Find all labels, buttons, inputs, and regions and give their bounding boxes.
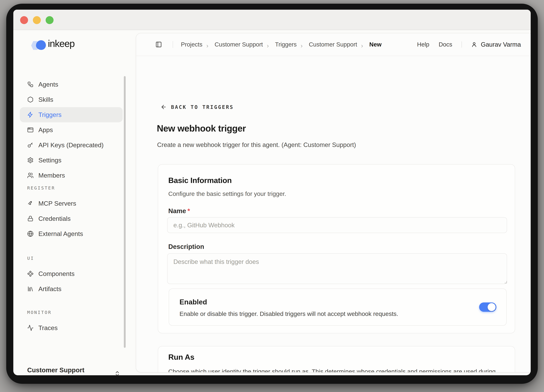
sidebar-item-apps[interactable]: Apps xyxy=(20,122,123,137)
sidebar-item-components[interactable]: Components xyxy=(20,266,123,281)
breadcrumb-customer-support[interactable]: Customer Support xyxy=(215,41,263,48)
sidebar-item-label: Apps xyxy=(38,126,53,134)
breadcrumb-new: New xyxy=(369,41,382,48)
app-surface: inkeep Agents Skills Triggers xyxy=(13,10,531,375)
description-textarea[interactable] xyxy=(167,253,507,284)
chevron-right-icon: › xyxy=(207,42,211,47)
page-content: BACK TO TRIGGERS New webhook trigger Cre… xyxy=(136,56,531,372)
breadcrumb-triggers[interactable]: Triggers xyxy=(275,41,297,48)
chevrons-up-down-icon xyxy=(114,370,120,375)
sidebar-item-artifacts[interactable]: Artifacts xyxy=(20,281,123,297)
breadcrumb-customer-support-agent[interactable]: Customer Support xyxy=(309,41,357,48)
chevron-right-icon: › xyxy=(267,42,271,47)
sidebar-item-traces[interactable]: Traces xyxy=(20,320,123,335)
sidebar-item-label: Members xyxy=(38,172,65,179)
basic-information-card: Basic Information Configure the basic se… xyxy=(158,164,515,333)
activity-icon xyxy=(27,325,34,331)
sidebar-item-label: Settings xyxy=(38,157,61,164)
sidebar-item-api-keys[interactable]: API Keys (Deprecated) xyxy=(20,137,123,153)
breadcrumb-header: Projects › Customer Support › Triggers ›… xyxy=(136,33,531,56)
arrow-left-icon xyxy=(160,104,167,110)
main-panel: Projects › Customer Support › Triggers ›… xyxy=(136,33,531,372)
sidebar-section-ui: UI xyxy=(27,256,34,261)
globe-icon xyxy=(27,231,34,237)
basic-information-description: Configure the basic settings for your tr… xyxy=(168,190,286,197)
sidebar-section-monitor: MONITOR xyxy=(27,310,52,315)
description-label: Description xyxy=(168,243,204,250)
enabled-toggle[interactable] xyxy=(479,303,497,312)
logo-blob-icon xyxy=(36,40,46,50)
name-input[interactable] xyxy=(167,217,507,233)
textarea-resize-handle[interactable] xyxy=(505,281,507,283)
sidebar-item-credentials[interactable]: Credentials xyxy=(20,211,123,226)
enabled-title: Enabled xyxy=(179,298,207,306)
docs-link[interactable]: Docs xyxy=(439,41,452,48)
sidebar-item-label: Triggers xyxy=(38,111,61,119)
sidebar-nav-register: MCP Servers Credentials External Agents xyxy=(20,196,123,241)
sidebar-item-label: Components xyxy=(38,270,75,278)
sidebar-item-label: External Agents xyxy=(38,230,83,238)
close-window-button[interactable] xyxy=(20,16,28,24)
window-titlebar xyxy=(13,10,531,30)
sidebar-item-triggers[interactable]: Triggers xyxy=(20,107,123,122)
macos-window: inkeep Agents Skills Triggers xyxy=(6,4,538,384)
user-name: Gaurav Varma xyxy=(481,41,521,48)
sidebar-nav-ui: Components Artifacts xyxy=(20,266,123,297)
screenshot-stage: inkeep Agents Skills Triggers xyxy=(0,0,544,392)
zoom-window-button[interactable] xyxy=(46,16,53,24)
sidebar-item-label: Skills xyxy=(38,96,53,103)
sidebar-item-label: Agents xyxy=(38,81,58,88)
app-window-icon xyxy=(27,127,34,133)
workflow-icon xyxy=(27,81,34,88)
library-icon xyxy=(27,286,34,292)
chevron-right-icon: › xyxy=(361,42,365,47)
header-separator xyxy=(173,41,173,48)
sidebar-item-label: Credentials xyxy=(38,215,71,222)
breadcrumb: Projects › Customer Support › Triggers ›… xyxy=(181,41,382,48)
sidebar-item-label: Artifacts xyxy=(38,285,61,293)
lock-icon xyxy=(27,215,34,222)
sidebar-item-settings[interactable]: Settings xyxy=(20,153,123,168)
page-subtitle: Create a new webhook trigger for this ag… xyxy=(157,141,356,148)
name-label: Name* xyxy=(168,207,190,215)
zap-icon xyxy=(27,112,34,118)
run-as-card: Run As Choose which user identity the tr… xyxy=(158,346,515,372)
help-link[interactable]: Help xyxy=(417,41,429,48)
run-as-title: Run As xyxy=(168,353,194,361)
basic-information-title: Basic Information xyxy=(168,176,232,185)
sidebar-item-members[interactable]: Members xyxy=(20,168,123,183)
chevron-right-icon: › xyxy=(301,42,305,47)
sidebar-item-skills[interactable]: Skills xyxy=(20,92,123,107)
user-icon xyxy=(471,42,477,48)
sidebar-item-label: API Keys (Deprecated) xyxy=(38,142,104,149)
sidebar-item-label: MCP Servers xyxy=(38,200,76,207)
sidebar-item-external-agents[interactable]: External Agents xyxy=(20,226,123,241)
breadcrumb-projects[interactable]: Projects xyxy=(181,41,202,48)
sidebar-scrollbar[interactable] xyxy=(124,76,126,348)
gear-icon xyxy=(27,157,34,163)
sidebar-item-label: Traces xyxy=(38,324,58,332)
sidebar-section-register: REGISTER xyxy=(27,185,55,190)
enabled-setting-box: Enabled Enable or disable this trigger. … xyxy=(169,289,507,326)
sidebar-item-agents[interactable]: Agents xyxy=(20,77,123,92)
page-title: New webhook trigger xyxy=(157,123,246,134)
sidebar: inkeep Agents Skills Triggers xyxy=(13,30,130,375)
mcp-icon xyxy=(27,200,34,207)
enabled-description: Enable or disable this trigger. Disabled… xyxy=(179,310,398,317)
sidebar-nav-monitor: Traces xyxy=(20,320,123,335)
header-divider xyxy=(461,41,462,48)
back-to-triggers-link[interactable]: BACK TO TRIGGERS xyxy=(160,104,234,110)
header-right-cluster: Help Docs Gaurav Varma xyxy=(417,41,531,48)
users-icon xyxy=(27,172,34,178)
sidebar-nav: Agents Skills Triggers Apps xyxy=(20,77,123,183)
sidebar-item-mcp-servers[interactable]: MCP Servers xyxy=(20,196,123,211)
workspace-switcher[interactable]: Customer Support default xyxy=(27,366,118,375)
key-icon xyxy=(27,142,34,148)
panel-left-toggle-icon[interactable] xyxy=(155,41,162,48)
required-asterisk: * xyxy=(187,207,190,214)
component-icon xyxy=(27,271,34,277)
run-as-description: Choose which user identity the trigger s… xyxy=(168,367,507,372)
hexagon-icon xyxy=(27,96,34,103)
minimize-window-button[interactable] xyxy=(33,16,41,24)
user-menu[interactable]: Gaurav Varma xyxy=(471,41,521,48)
